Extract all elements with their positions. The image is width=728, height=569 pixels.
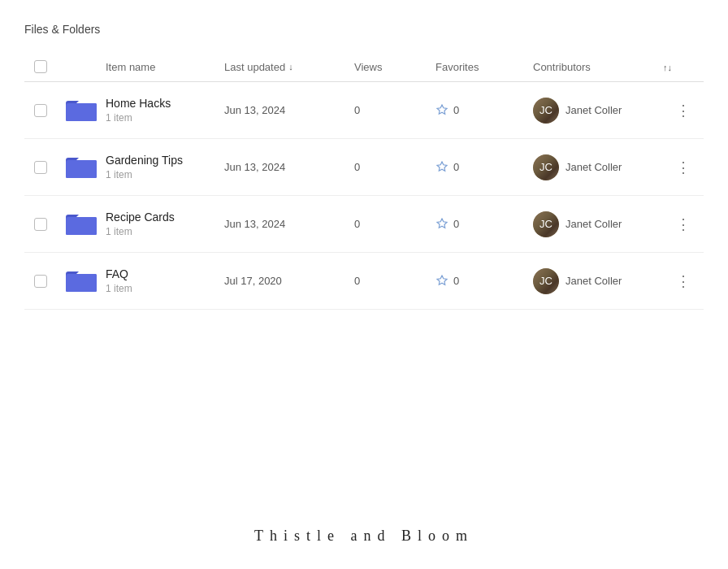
folder-icon-cell xyxy=(57,268,106,294)
select-all-checkbox[interactable] xyxy=(34,60,47,73)
favorites-cell[interactable]: 0 xyxy=(436,218,533,231)
header-item-name: Item name xyxy=(106,61,224,73)
avatar-image: JC xyxy=(533,268,559,294)
page-title: Files & Folders xyxy=(0,0,728,52)
item-count: 1 item xyxy=(106,169,224,180)
more-options-button[interactable]: ⋮ xyxy=(670,157,697,178)
table-row: Recipe Cards 1 item Jun 13, 2024 0 0 JC … xyxy=(24,196,704,253)
contributor-name: Janet Coller xyxy=(566,161,622,173)
star-icon xyxy=(436,161,448,174)
folder-icon xyxy=(66,98,97,124)
row-checkbox-cell xyxy=(24,104,57,117)
row-checkbox-gardening-tips[interactable] xyxy=(34,161,47,174)
contributor-name: Janet Coller xyxy=(566,218,622,230)
folder-icon xyxy=(66,154,97,180)
star-icon xyxy=(436,218,448,231)
views-cell: 0 xyxy=(354,104,436,116)
date-cell: Jun 13, 2024 xyxy=(224,161,354,173)
row-checkbox-cell xyxy=(24,161,57,174)
item-info: FAQ 1 item xyxy=(106,267,224,294)
svg-rect-5 xyxy=(66,163,97,178)
contributors-cell: JC Janet Coller xyxy=(533,154,663,180)
favorites-cell[interactable]: 0 xyxy=(436,161,533,174)
avatar: JC xyxy=(533,211,559,237)
row-checkbox-recipe-cards[interactable] xyxy=(34,218,47,231)
favorites-count: 0 xyxy=(453,161,459,173)
header-contributors: Contributors xyxy=(533,61,663,73)
folder-icon-cell xyxy=(57,98,106,124)
sort-arrows-icon: ↑↓ xyxy=(663,63,672,72)
folder-icon xyxy=(66,211,97,237)
item-count: 1 item xyxy=(106,226,224,237)
table-row: FAQ 1 item Jul 17, 2020 0 0 JC Janet Col… xyxy=(24,253,704,310)
star-icon xyxy=(436,275,448,288)
favorites-count: 0 xyxy=(453,104,459,116)
more-menu-cell: ⋮ xyxy=(663,157,704,178)
more-options-button[interactable]: ⋮ xyxy=(670,271,697,292)
item-info: Recipe Cards 1 item xyxy=(106,211,224,237)
item-name[interactable]: Home Hacks xyxy=(106,97,224,110)
item-name[interactable]: Recipe Cards xyxy=(106,211,224,224)
views-cell: 0 xyxy=(354,275,436,287)
more-menu-cell: ⋮ xyxy=(663,271,704,292)
row-checkbox-faq[interactable] xyxy=(34,275,47,288)
favorites-cell[interactable]: 0 xyxy=(436,275,533,288)
item-info: Home Hacks 1 item xyxy=(106,97,224,124)
views-cell: 0 xyxy=(354,218,436,230)
row-checkbox-home-hacks[interactable] xyxy=(34,104,47,117)
contributors-cell: JC Janet Coller xyxy=(533,268,663,294)
avatar-image: JC xyxy=(533,154,559,180)
avatar: JC xyxy=(533,98,559,124)
avatar: JC xyxy=(533,268,559,294)
svg-rect-2 xyxy=(66,106,97,121)
header-last-updated[interactable]: Last updated ↓ xyxy=(224,61,354,73)
table-row: Home Hacks 1 item Jun 13, 2024 0 0 JC Ja… xyxy=(24,82,704,139)
table-body: Home Hacks 1 item Jun 13, 2024 0 0 JC Ja… xyxy=(24,82,704,310)
contributors-cell: JC Janet Coller xyxy=(533,211,663,237)
sort-down-icon: ↓ xyxy=(288,62,293,72)
date-cell: Jul 17, 2020 xyxy=(224,275,354,287)
contributor-name: Janet Coller xyxy=(566,275,622,287)
star-icon xyxy=(436,104,448,117)
more-options-button[interactable]: ⋮ xyxy=(670,214,697,235)
table-header: Item name Last updated ↓ Views Favorites… xyxy=(24,52,704,82)
header-sort[interactable]: ↑↓ xyxy=(663,61,704,73)
svg-rect-8 xyxy=(66,219,97,235)
brand-title: Thistle and Bloom xyxy=(0,528,728,545)
avatar: JC xyxy=(533,154,559,180)
favorites-count: 0 xyxy=(453,218,459,230)
contributor-name: Janet Coller xyxy=(566,104,622,116)
date-cell: Jun 13, 2024 xyxy=(224,218,354,230)
item-count: 1 item xyxy=(106,112,224,124)
row-checkbox-cell xyxy=(24,275,57,288)
folder-icon-cell xyxy=(57,211,106,237)
item-name[interactable]: FAQ xyxy=(106,267,224,280)
header-views: Views xyxy=(354,61,436,73)
item-name[interactable]: Gardening Tips xyxy=(106,154,224,167)
item-info: Gardening Tips 1 item xyxy=(106,154,224,180)
header-checkbox-cell xyxy=(24,60,57,73)
row-checkbox-cell xyxy=(24,218,57,231)
avatar-image: JC xyxy=(533,211,559,237)
svg-rect-11 xyxy=(66,276,97,292)
more-menu-cell: ⋮ xyxy=(663,214,704,235)
files-table: Item name Last updated ↓ Views Favorites… xyxy=(0,52,728,310)
table-row: Gardening Tips 1 item Jun 13, 2024 0 0 J… xyxy=(24,139,704,196)
favorites-count: 0 xyxy=(453,275,459,287)
folder-icon-cell xyxy=(57,154,106,180)
avatar-image: JC xyxy=(533,98,559,124)
more-options-button[interactable]: ⋮ xyxy=(670,100,697,121)
folder-icon xyxy=(66,268,97,294)
header-favorites: Favorites xyxy=(436,61,533,73)
footer: Thistle and Bloom xyxy=(0,528,728,545)
contributors-cell: JC Janet Coller xyxy=(533,98,663,124)
date-cell: Jun 13, 2024 xyxy=(224,104,354,116)
more-menu-cell: ⋮ xyxy=(663,100,704,121)
favorites-cell[interactable]: 0 xyxy=(436,104,533,117)
item-count: 1 item xyxy=(106,283,224,294)
views-cell: 0 xyxy=(354,161,436,173)
